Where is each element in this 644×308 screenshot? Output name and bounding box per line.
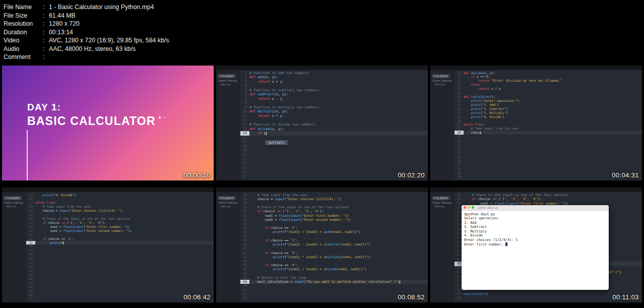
code-text: calculator() <box>464 292 488 296</box>
line-number: 41 <box>240 247 249 251</box>
line-number: 47 <box>240 272 249 276</box>
file-info-value: 00:13:14 <box>49 28 73 37</box>
code-line: 41 <box>240 247 428 251</box>
line-number: 16 <box>455 79 464 83</box>
line-number: 48 <box>26 285 35 289</box>
code-line: 44 <box>26 269 214 273</box>
code-text: choice = input("Enter choices (1/2/3/4):… <box>249 197 341 201</box>
line-number: 38 <box>455 167 464 171</box>
line-number: 50 <box>26 293 35 297</box>
code-text: # Function to add two numbers <box>249 71 309 76</box>
code-text: else: <box>464 83 480 87</box>
editor-titlebar <box>2 188 214 192</box>
code-text: # Check if the input is one of the four … <box>249 205 349 209</box>
line-number: 32 <box>240 209 249 213</box>
line-number: 49 <box>26 289 35 293</box>
code-line: 33 num1 = float(input("Enter first numbe… <box>26 225 214 229</box>
code-line: 21 print("Select operation:") <box>455 99 642 103</box>
code-line: 26 <box>26 197 214 201</box>
sidebar-file: day1.py <box>430 205 455 208</box>
code-line: 35 <box>240 222 428 226</box>
line-number: 16 <box>240 136 249 140</box>
code-text: print("4. Divide") <box>464 115 504 119</box>
video-frame-editor-5: FOLDERS Online Training day1.py 31 # Che… <box>430 188 642 302</box>
code-line: 20 <box>240 153 428 157</box>
line-number: 25 <box>240 174 249 179</box>
code-line: 41 <box>26 257 214 261</box>
folders-header: FOLDERS <box>432 196 450 200</box>
line-number: 50 <box>240 284 249 288</box>
autocomplete-popup: multiply <box>265 140 288 145</box>
code-text: def multiply(x, y): <box>249 109 288 114</box>
code-text: # Check if the input is one of the four … <box>464 193 568 198</box>
terminal-window: python day1.py $python day1.pySelect ope… <box>462 205 609 290</box>
video-frame-slide: DAY 1: BASIC CALCULATOR+ · 00:00:10 <box>2 66 214 180</box>
code-line: 9# Function to multiply two numbers <box>240 105 428 110</box>
line-number: 32 <box>455 143 464 147</box>
code-line: 33 num1 = float(input("Enter first numbe… <box>240 214 428 218</box>
line-number: 33 <box>240 214 249 218</box>
line-number: 11 <box>240 114 249 118</box>
file-info-label: Comment <box>4 53 43 61</box>
code-text: if y <box>249 131 267 136</box>
code-text: return "Error! Division by zero not allo… <box>464 79 562 83</box>
line-number: 38 <box>26 244 35 249</box>
code-text: next_calculation = input("Do you want to… <box>249 280 400 284</box>
code-line: 34 <box>455 151 642 155</box>
terminal-line: Enter choices (1/2/3/4): 1 <box>464 238 606 242</box>
line-number: 30 <box>240 201 249 205</box>
code-line: 37 print(f"{num1} + {num2} = {add(num1, … <box>240 230 428 234</box>
code-area: 1# Function to add two numbers2def add(x… <box>240 70 428 180</box>
code-line: 43 print(f"{num1} * {num2} = {multiply(n… <box>240 255 428 259</box>
code-line: 29 choice = input("Enter choices (1/2/3/… <box>240 197 428 201</box>
line-number: 27 <box>26 201 35 205</box>
code-line: 36 <box>455 159 642 163</box>
line-number: 29 <box>455 131 464 135</box>
line-number: 25 <box>26 193 35 197</box>
sidebar-folder: Online Training <box>430 201 455 205</box>
editor-sidebar: FOLDERS Online Training day1.py <box>216 192 240 302</box>
line-number: 33 <box>26 225 35 229</box>
code-text: return x + y <box>249 80 282 84</box>
code-line: 47 <box>240 272 428 276</box>
code-line: 1# Function to add two numbers <box>240 71 428 76</box>
line-number: 20 <box>240 153 249 157</box>
code-line: 29 choice = input("Enter choices (1/2/3/… <box>26 209 214 213</box>
line-number: 30 <box>455 135 464 139</box>
code-text: def divide(x, y): <box>464 71 495 75</box>
code-line: 32 if choice in ['1', '2', '3', '4']: <box>26 221 214 225</box>
code-text: # Take input from the user <box>464 127 519 131</box>
line-number: 23 <box>240 166 249 170</box>
code-text: return x / y <box>464 87 501 91</box>
line-number: 22 <box>455 103 464 107</box>
line-number: 42 <box>240 251 249 255</box>
terminal-cursor <box>505 242 507 246</box>
file-info-row: File Name : 1 - Basic Calculator using P… <box>4 3 644 12</box>
line-number: 43 <box>240 255 249 259</box>
line-number: 26 <box>455 119 464 123</box>
line-number: 14 <box>240 127 249 132</box>
line-number: 17 <box>455 83 464 87</box>
code-line: 34 num2 = float(input("Enter second numb… <box>240 218 428 222</box>
line-number: 46 <box>26 277 35 281</box>
sidebar-file: day1.py <box>216 83 240 86</box>
line-number: 34 <box>455 151 464 155</box>
terminal-titlebar: python day1.py <box>462 205 609 211</box>
file-info-colon: : <box>43 12 49 20</box>
line-number: 52 <box>240 292 249 296</box>
code-text: if y == 0: <box>464 75 490 79</box>
sparkle-icon: + · <box>158 114 167 120</box>
code-line: 12 <box>240 118 428 123</box>
code-line: 43 <box>26 265 214 269</box>
file-info-value: 1 - Basic Calculator using Python.mp4 <box>49 3 154 12</box>
line-number: 7 <box>240 97 249 101</box>
code-line: 16 <box>240 136 428 140</box>
code-line: 42 <box>26 261 214 265</box>
file-info-row: Resolution : 1280 x 720 <box>4 20 644 28</box>
minimize-icon <box>468 206 470 209</box>
file-info: File Name : 1 - Basic Calculator using P… <box>0 0 644 64</box>
file-info-label: Video <box>4 36 43 45</box>
line-number: 32 <box>26 221 35 225</box>
line-number: 36 <box>240 226 249 230</box>
video-frame-editor-4: FOLDERS Online Training day1.py 28 # Tak… <box>216 188 428 302</box>
